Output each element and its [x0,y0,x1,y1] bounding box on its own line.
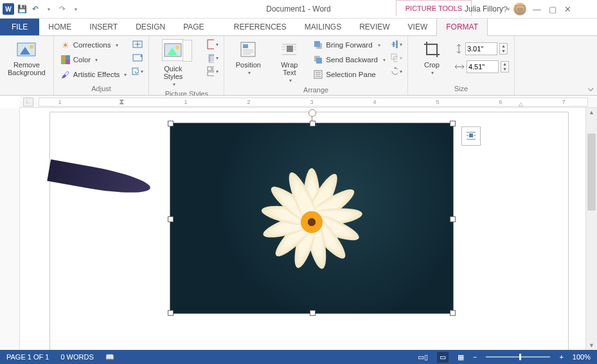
position-button[interactable]: Position [229,38,267,77]
tab-file[interactable]: FILE [0,19,39,35]
tab-references[interactable]: REFERENCES [225,19,296,35]
group-arrange-label: Arrange [229,85,402,95]
collapse-ribbon-icon[interactable]: ᨆ [588,85,594,93]
quick-access-toolbar: W 💾 ↶ ▾ ↷ ▾ [0,3,82,15]
word-app-icon[interactable]: W [3,3,14,15]
web-layout-icon[interactable]: ▦ [458,353,464,361]
ruler-tick: 5 [436,99,439,105]
resize-handle-rm[interactable] [450,216,456,222]
svg-rect-17 [213,67,214,71]
tab-insert[interactable]: INSERT [80,19,127,35]
tab-review[interactable]: REVIEW [350,19,398,35]
undo-icon[interactable]: ↶ [30,3,41,15]
width-input[interactable] [467,60,499,73]
tab-page-layout[interactable]: PAGE LAYOUT [174,19,225,35]
minimize-icon[interactable]: — [533,4,541,14]
read-mode-icon[interactable]: ▭▯ [418,353,428,361]
right-indent-marker-icon[interactable]: △ [519,101,523,107]
height-spinner[interactable]: ▲▼ [499,43,508,55]
remove-background-button[interactable]: Remove Background [5,38,48,78]
change-picture-icon[interactable] [132,51,143,64]
redo-icon[interactable]: ↷ [57,3,68,15]
svg-rect-32 [314,41,320,47]
bring-forward-button[interactable]: Bring Forward▾ [312,38,387,52]
maximize-icon[interactable]: ▢ [549,4,557,14]
page-indicator[interactable]: PAGE 1 OF 1 [6,353,49,361]
quick-styles-label: Quick Styles [163,65,183,80]
svg-rect-9 [132,68,139,74]
wrap-text-button[interactable]: Wrap Text [271,38,308,85]
svg-rect-8 [133,55,142,61]
svg-rect-44 [469,134,473,137]
undo-dropdown-icon[interactable]: ▾ [43,3,55,15]
tab-design[interactable]: DESIGN [127,19,174,35]
group-adjust: ☀Corrections Color 🖌Artistic Effects Adj… [54,36,150,95]
indent-marker-icon[interactable]: ⧗ [119,97,124,106]
color-button[interactable]: Color [59,53,129,67]
tab-home[interactable]: HOME [39,19,80,35]
remove-background-label: Remove Background [8,61,46,76]
picture-layout-icon[interactable] [207,65,218,78]
scroll-down-icon[interactable]: ▼ [586,342,597,349]
zoom-in-icon[interactable]: + [559,353,563,361]
proofing-icon[interactable]: 📖 [105,353,114,361]
resize-handle-bm[interactable] [310,310,316,316]
width-spinner[interactable]: ▲▼ [501,61,509,73]
ribbon-display-icon[interactable]: ▭ [515,5,525,13]
scroll-up-icon[interactable]: ▲ [586,109,597,116]
reset-picture-icon[interactable] [132,65,143,78]
align-icon[interactable] [391,38,402,51]
compress-pictures-icon[interactable] [132,38,143,51]
horizontal-ruler[interactable]: ∟ 1 1 2 3 4 5 6 7 ⧗ △ [19,96,597,108]
picture-border-icon[interactable] [207,38,218,51]
tab-mailings[interactable]: MAILINGS [296,19,350,35]
close-icon[interactable]: ✕ [564,4,571,14]
ruler-tick: 6 [499,99,502,105]
help-icon[interactable]: ? [503,4,508,14]
position-icon [238,39,258,60]
rotate-icon[interactable] [391,65,402,78]
corrections-button[interactable]: ☀Corrections [59,38,129,52]
qat-customize-icon[interactable]: ▾ [70,3,82,15]
vertical-scrollbar[interactable]: ▲ ▼ [585,108,597,350]
svg-rect-4 [66,55,70,60]
svg-rect-40 [393,42,395,47]
tab-format[interactable]: FORMAT [436,19,488,36]
group-objects-icon[interactable] [391,51,402,64]
zoom-out-icon[interactable]: − [473,353,477,361]
send-backward-button[interactable]: Send Backward▾ [312,53,387,67]
group-picture-styles: Quick Styles Picture Styles [149,36,224,95]
svg-rect-13 [208,40,214,49]
picture-effects-icon[interactable] [207,51,218,64]
quick-styles-button[interactable]: Quick Styles [154,38,192,89]
resize-handle-tr[interactable] [450,121,456,126]
vertical-ruler[interactable] [0,108,20,350]
zoom-level[interactable]: 100% [573,353,591,361]
resize-handle-lm[interactable] [168,216,174,222]
print-layout-icon[interactable]: ▭ [437,352,449,363]
resize-handle-br[interactable] [450,310,456,316]
inserted-picture[interactable] [170,123,454,314]
document-canvas[interactable]: ⚓ [20,108,585,350]
selection-pane-button[interactable]: Selection Pane [312,67,387,82]
tab-selector-icon[interactable]: ∟ [23,98,33,107]
rotate-handle[interactable] [308,109,316,117]
ruler-tick: 1 [58,99,61,105]
resize-handle-bl[interactable] [168,310,174,316]
word-count[interactable]: 0 WORDS [60,353,93,361]
save-icon[interactable]: 💾 [16,3,28,15]
quick-styles-icon [162,39,184,61]
zoom-slider[interactable] [486,356,550,358]
svg-rect-5 [61,60,66,64]
crop-button[interactable]: Crop [413,38,450,77]
tab-view[interactable]: VIEW [399,19,437,35]
bring-forward-icon [313,40,323,50]
group-size: Crop ▲▼ ▲▼ Size [408,36,515,95]
ruler-tick: 3 [310,99,313,105]
scrollbar-thumb[interactable] [587,134,596,211]
resize-handle-tm[interactable] [310,121,316,126]
artistic-effects-button[interactable]: 🖌Artistic Effects [59,67,129,82]
layout-options-button[interactable] [461,126,481,146]
resize-handle-tl[interactable] [168,121,174,126]
height-input[interactable] [465,42,497,55]
